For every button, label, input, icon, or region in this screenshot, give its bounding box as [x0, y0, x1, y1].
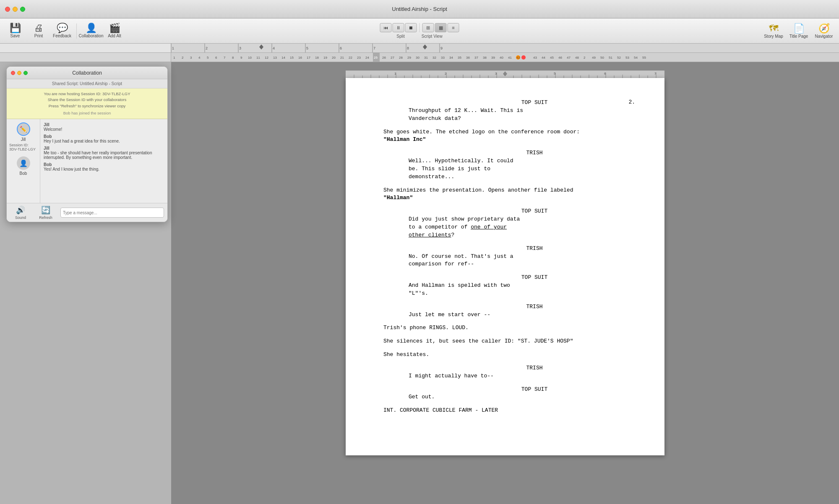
add-alt-label: Add Alt	[108, 34, 121, 38]
collab-refresh-button[interactable]: 🔄 Refresh	[35, 205, 56, 220]
svg-text:55: 55	[642, 56, 646, 60]
svg-text:54: 54	[634, 56, 638, 60]
action-minimizes: She minimizes the presentation. Opens an…	[383, 187, 635, 195]
dialogue-trish-2: No. Of course not. That's just acomparis…	[383, 253, 635, 269]
action-silences: She silences it, but sees the caller ID:…	[383, 338, 635, 346]
add-alt-icon: 🎬	[109, 23, 120, 33]
view-btn-2[interactable]: ▦	[435, 23, 447, 32]
controls-sep	[420, 23, 420, 32]
collab-chat-input[interactable]	[60, 208, 164, 218]
toolbar-center-controls: ⏮ ⏸ ⏹ ⊞ ▦ ≡ Split Script View	[380, 23, 459, 39]
svg-text:43: 43	[533, 56, 537, 60]
sound-label: Sound	[15, 216, 26, 220]
chat-text-1: Hey I just had a great idea for this sce…	[44, 139, 164, 143]
title-page-label: Title Page	[789, 34, 808, 39]
sound-icon: 🔊	[16, 205, 25, 215]
feedback-icon: 💬	[57, 23, 68, 33]
save-button[interactable]: 💾 Save	[4, 21, 26, 42]
pencil-icon: ✏️	[20, 126, 27, 132]
svg-text:49: 49	[592, 56, 596, 60]
svg-text:29: 29	[407, 56, 411, 60]
title-page-button[interactable]: 📄 Title Page	[788, 23, 810, 39]
svg-marker-19	[423, 44, 427, 49]
svg-text:5: 5	[207, 56, 209, 60]
svg-text:3: 3	[495, 72, 497, 75]
sidebar-area: Collaboration Shared Script: Untitled Ai…	[0, 62, 171, 504]
svg-text:25: 25	[374, 56, 378, 60]
page-ruler-spacer	[0, 53, 171, 62]
hosting-line1: You are now hosting Session ID: 3DV-TLBZ…	[11, 91, 163, 97]
svg-text:48: 48	[575, 56, 579, 60]
dialogue-top-suit-1: Throughput of 12 K... Wait. This isVande…	[383, 107, 635, 123]
spacer-13	[383, 401, 635, 407]
action-rings: Trish's phone RINGS. LOUD.	[383, 324, 635, 332]
svg-text:1: 1	[172, 46, 174, 50]
navigator-label: Navigator	[815, 34, 833, 39]
svg-text:9: 9	[240, 56, 242, 60]
page-ruler: 1 2 3 4 5 6 7 8 9 10 11 12 13 14 15 16 1…	[0, 53, 839, 62]
rewind-button[interactable]: ⏮	[380, 23, 392, 32]
view-btn-3[interactable]: ≡	[448, 23, 459, 32]
svg-text:13: 13	[273, 56, 277, 60]
script-page[interactable]: 2. TOP SUIT Throughput of 12 K... Wait. …	[346, 78, 664, 455]
spacer-2	[383, 144, 635, 149]
dialogue-top-suit-2: Did you just show proprietary datato a c…	[383, 216, 635, 239]
chat-msg-0: Jill Welcome!	[44, 122, 164, 132]
collab-maximize-button[interactable]	[23, 71, 28, 75]
character-top-suit-1: TOP SUIT	[383, 99, 635, 107]
collab-footer: 🔊 Sound 🔄 Refresh	[7, 203, 167, 222]
doc-ruler: 1 2 3	[346, 70, 664, 78]
save-icon: 💾	[10, 23, 21, 33]
refresh-label: Refresh	[39, 216, 52, 220]
dialogue-trish-1: Well... Hypothetically. It couldbe. This…	[383, 157, 635, 181]
svg-text:47: 47	[567, 56, 571, 60]
collab-user-jill[interactable]: ✏️ Jill Session ID: 3DV-TLBZ-LGY	[9, 122, 37, 151]
collab-close-button[interactable]	[11, 71, 15, 75]
spacer-4	[383, 202, 635, 208]
add-alt-button[interactable]: 🎬 Add Alt	[104, 21, 125, 42]
svg-text:4: 4	[273, 46, 275, 50]
collaboration-panel: Collaboration Shared Script: Untitled Ai…	[6, 66, 168, 222]
close-button[interactable]	[5, 7, 10, 12]
svg-text:7: 7	[224, 56, 226, 60]
svg-point-64	[521, 55, 526, 60]
story-map-button[interactable]: 🗺 Story Map	[763, 23, 784, 39]
svg-text:2: 2	[206, 46, 208, 50]
toolbar: 💾 Save 🖨 Print 💬 Feedback 👤 Collaboratio…	[0, 18, 839, 44]
collab-user-bob[interactable]: 👤 Bob	[9, 156, 37, 176]
svg-text:33: 33	[441, 56, 445, 60]
svg-text:1: 1	[173, 56, 175, 60]
svg-text:41: 41	[508, 56, 512, 60]
svg-text:39: 39	[491, 56, 495, 60]
navigator-button[interactable]: 🧭 Navigator	[813, 23, 835, 39]
svg-text:11: 11	[256, 56, 260, 60]
collaboration-icon: 👤	[86, 23, 97, 33]
collab-sound-button[interactable]: 🔊 Sound	[10, 205, 31, 220]
svg-text:10: 10	[248, 56, 252, 60]
chat-sender-2: Jill	[44, 146, 164, 151]
svg-text:35: 35	[458, 56, 461, 60]
svg-text:27: 27	[391, 56, 394, 60]
minimize-button[interactable]	[13, 7, 18, 12]
spacer-7	[383, 298, 635, 303]
pause-button[interactable]: ⏸	[393, 23, 404, 32]
view-btn-1[interactable]: ⊞	[422, 23, 434, 32]
svg-text:51: 51	[609, 56, 612, 60]
bob-joined: Bob has joined the session	[11, 110, 163, 116]
doc-area[interactable]: 1 2 3	[171, 62, 839, 504]
svg-text:14: 14	[281, 56, 285, 60]
print-button[interactable]: 🖨 Print	[28, 21, 50, 42]
collaboration-button[interactable]: 👤 Collaboration	[80, 21, 102, 42]
chat-text-0: Welcome!	[44, 127, 164, 132]
feedback-button[interactable]: 💬 Feedback	[51, 21, 73, 42]
stop-button[interactable]: ⏹	[405, 23, 417, 32]
collab-minimize-button[interactable]	[17, 71, 21, 75]
collab-shared-script: Shared Script: Untitled Airship - Script	[7, 79, 167, 88]
dialogue-trish-3: Just let me start over --	[383, 311, 635, 319]
maximize-button[interactable]	[20, 7, 25, 12]
split-label: Split	[396, 34, 404, 39]
ruler-marks: 1 2 3 4 5 6 7 8 9	[171, 44, 839, 52]
script-content: TOP SUIT Throughput of 12 K... Wait. Thi…	[383, 99, 635, 415]
playback-controls: ⏮ ⏸ ⏹ ⊞ ▦ ≡	[380, 23, 459, 32]
svg-marker-102	[503, 71, 507, 76]
